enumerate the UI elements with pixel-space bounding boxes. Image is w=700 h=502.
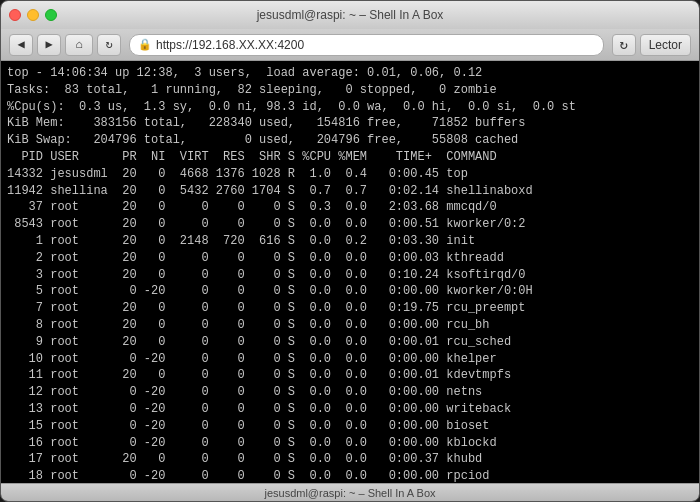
close-button[interactable] <box>9 9 21 21</box>
terminal-line: 17 root 20 0 0 0 0 S 0.0 0.0 0:00.37 khu… <box>7 451 693 468</box>
address-bar[interactable]: 🔒 https://192.168.XX.XX:4200 <box>129 34 604 56</box>
terminal-line: 13 root 0 -20 0 0 0 S 0.0 0.0 0:00.00 wr… <box>7 401 693 418</box>
terminal-line: 11942 shellina 20 0 5432 2760 1704 S 0.7… <box>7 183 693 200</box>
forward-button[interactable]: ▶ <box>37 34 61 56</box>
terminal-line: 8543 root 20 0 0 0 0 S 0.0 0.0 0:00.51 k… <box>7 216 693 233</box>
minimize-button[interactable] <box>27 9 39 21</box>
back-button[interactable]: ◀ <box>9 34 33 56</box>
toolbar: ◀ ▶ ⌂ ↻ 🔒 https://192.168.XX.XX:4200 ↻ L… <box>1 29 699 61</box>
terminal-line: 10 root 0 -20 0 0 0 S 0.0 0.0 0:00.00 kh… <box>7 351 693 368</box>
terminal[interactable]: top - 14:06:34 up 12:38, 3 users, load a… <box>1 61 699 483</box>
terminal-line: 15 root 0 -20 0 0 0 S 0.0 0.0 0:00.00 bi… <box>7 418 693 435</box>
terminal-line: 14332 jesusdml 20 0 4668 1376 1028 R 1.0… <box>7 166 693 183</box>
address-text: https://192.168.XX.XX:4200 <box>156 38 595 52</box>
window-title: jesusdml@raspi: ~ – Shell In A Box <box>257 8 444 22</box>
terminal-line: 3 root 20 0 0 0 0 S 0.0 0.0 0:10.24 ksof… <box>7 267 693 284</box>
refresh-button[interactable]: ↻ <box>612 34 636 56</box>
terminal-line: KiB Swap: 204796 total, 0 used, 204796 f… <box>7 132 693 149</box>
bottom-label-bar: jesusdml@raspi: ~ – Shell In A Box <box>1 483 699 501</box>
back-icon: ◀ <box>17 37 24 52</box>
terminal-line: 16 root 0 -20 0 0 0 S 0.0 0.0 0:00.00 kb… <box>7 435 693 452</box>
terminal-line: 7 root 20 0 0 0 0 S 0.0 0.0 0:19.75 rcu_… <box>7 300 693 317</box>
terminal-line: 1 root 20 0 2148 720 616 S 0.0 0.2 0:03.… <box>7 233 693 250</box>
reload-icon: ↻ <box>105 37 112 52</box>
terminal-line: 12 root 0 -20 0 0 0 S 0.0 0.0 0:00.00 ne… <box>7 384 693 401</box>
title-bar: jesusdml@raspi: ~ – Shell In A Box <box>1 1 699 29</box>
reader-button[interactable]: Lector <box>640 34 691 56</box>
terminal-line: 11 root 20 0 0 0 0 S 0.0 0.0 0:00.01 kde… <box>7 367 693 384</box>
traffic-lights <box>9 9 57 21</box>
maximize-button[interactable] <box>45 9 57 21</box>
terminal-line: 18 root 0 -20 0 0 0 S 0.0 0.0 0:00.00 rp… <box>7 468 693 483</box>
terminal-line: top - 14:06:34 up 12:38, 3 users, load a… <box>7 65 693 82</box>
home-button[interactable]: ⌂ <box>65 34 93 56</box>
home-icon: ⌂ <box>75 38 82 52</box>
refresh-icon: ↻ <box>619 36 627 53</box>
terminal-line: 9 root 20 0 0 0 0 S 0.0 0.0 0:00.01 rcu_… <box>7 334 693 351</box>
terminal-line: Tasks: 83 total, 1 running, 82 sleeping,… <box>7 82 693 99</box>
lock-icon: 🔒 <box>138 38 152 51</box>
terminal-line: %Cpu(s): 0.3 us, 1.3 sy, 0.0 ni, 98.3 id… <box>7 99 693 116</box>
forward-icon: ▶ <box>45 37 52 52</box>
terminal-line: 37 root 20 0 0 0 0 S 0.3 0.0 2:03.68 mmc… <box>7 199 693 216</box>
bottom-label: jesusdml@raspi: ~ – Shell In A Box <box>264 487 435 499</box>
terminal-line: 2 root 20 0 0 0 0 S 0.0 0.0 0:00.03 kthr… <box>7 250 693 267</box>
reader-label: Lector <box>649 38 682 52</box>
window-frame: jesusdml@raspi: ~ – Shell In A Box ◀ ▶ ⌂… <box>0 0 700 502</box>
terminal-line: 8 root 20 0 0 0 0 S 0.0 0.0 0:00.00 rcu_… <box>7 317 693 334</box>
terminal-line: KiB Mem: 383156 total, 228340 used, 1548… <box>7 115 693 132</box>
terminal-line: 5 root 0 -20 0 0 0 S 0.0 0.0 0:00.00 kwo… <box>7 283 693 300</box>
terminal-line: PID USER PR NI VIRT RES SHR S %CPU %MEM … <box>7 149 693 166</box>
reload-button[interactable]: ↻ <box>97 34 121 56</box>
